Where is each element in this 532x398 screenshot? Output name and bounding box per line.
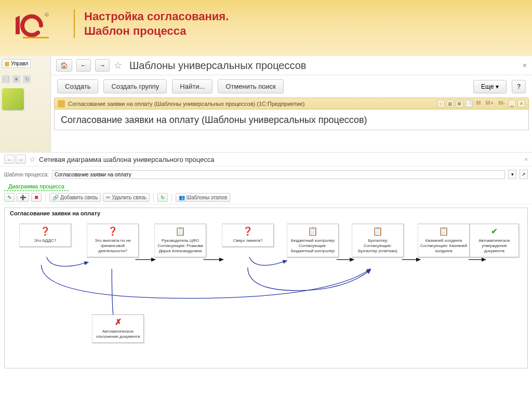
mh-icon-1[interactable]: ☆: [437, 100, 445, 107]
template-input[interactable]: [52, 170, 505, 179]
node-cfo[interactable]: 📋 Руководитель ЦФО Согласующие: Рожкова …: [154, 224, 206, 257]
refresh-button[interactable]: ↻: [157, 193, 168, 202]
m-plus-button[interactable]: M+: [484, 100, 496, 107]
dp-back-button[interactable]: ←: [4, 155, 15, 164]
reject-icon: ✗: [94, 317, 142, 327]
dp-close-icon[interactable]: ×: [525, 156, 528, 162]
node-auto-reject[interactable]: ✗ Автоматическое отклонение документа: [92, 314, 144, 343]
stub-tab[interactable]: Управл: [2, 59, 31, 68]
edit-button[interactable]: ✎: [4, 193, 15, 202]
home-button[interactable]: 🏠: [56, 59, 72, 72]
delete-link-button[interactable]: ✂Удалить связь: [103, 193, 149, 202]
mh-icon-2[interactable]: ▦: [446, 100, 454, 107]
minimize-icon[interactable]: ▁: [508, 100, 516, 107]
slide-title-1: Настройка согласования.: [84, 9, 229, 24]
cancel-find-button[interactable]: Отменить поиск: [218, 79, 284, 93]
dp-fwd-button[interactable]: →: [16, 155, 26, 164]
template-field-label: Шаблон процесса:: [4, 172, 49, 177]
history-icon[interactable]: ↻: [23, 75, 31, 83]
create-group-button[interactable]: Создать группу: [103, 79, 167, 93]
task-icon: 📋: [420, 226, 468, 237]
m-button[interactable]: M: [474, 100, 482, 107]
logo-1c: R: [11, 9, 53, 42]
modal-window-title: Согласование заявки на оплату (Шаблоны у…: [68, 101, 434, 107]
dp-star-icon[interactable]: ☆: [29, 155, 36, 163]
question-icon: ❓: [21, 226, 69, 237]
close-icon[interactable]: ×: [523, 61, 527, 70]
create-button[interactable]: Создать: [57, 79, 98, 93]
canvas-title: Согласование заявки на оплату: [10, 210, 100, 216]
back-button[interactable]: ←: [76, 59, 91, 72]
stage-templates-button[interactable]: 👥Шаблоны этапов: [176, 193, 230, 202]
modal-big-title: Согласование заявки на оплату (Шаблоны у…: [61, 115, 522, 126]
slide-header: R Настройка согласования. Шаблон процесс…: [0, 0, 532, 56]
task-icon: 📋: [289, 226, 337, 237]
diagram-toolbar: ✎ ➕ ✖ 🔗Добавить связь ✂Удалить связь ↻ 👥…: [0, 191, 532, 204]
star-icon[interactable]: ★: [12, 75, 20, 83]
window-close-icon[interactable]: ✕: [517, 100, 525, 107]
more-button[interactable]: Еще ▾: [473, 80, 507, 93]
favorite-star-icon[interactable]: ☆: [114, 60, 122, 71]
slide-title-2: Шаблон процесса: [84, 24, 229, 38]
m-minus-button[interactable]: M-: [497, 100, 507, 107]
task-icon: 📋: [354, 226, 402, 237]
check-icon: ✔: [472, 226, 517, 237]
diagram-canvas[interactable]: Согласование заявки на оплату: [4, 208, 528, 368]
mh-icon-4[interactable]: 📄: [465, 100, 473, 107]
grid-icon[interactable]: ⋮⋮: [2, 75, 10, 83]
diagram-page: ← → ☆ Сетевая диаграмма шаблона универса…: [0, 152, 532, 398]
forward-button[interactable]: →: [95, 59, 110, 72]
mh-icon-3[interactable]: 🖩: [456, 100, 463, 107]
delete-button[interactable]: ✖: [31, 193, 42, 202]
question-icon: ❓: [89, 226, 137, 237]
left-panel-stub: Управл ⋮⋮ ★ ↻: [0, 56, 51, 160]
find-button[interactable]: Найти...: [172, 79, 212, 93]
node-bdds[interactable]: ❓ Это БДДС?: [19, 224, 71, 247]
node-treasurer[interactable]: 📋 Казначей холдинга Согласующие: Казначе…: [418, 224, 470, 257]
chevron-down-icon: ▾: [496, 83, 499, 90]
page-title: Шаблоны универсальных процессов: [129, 60, 306, 72]
add-link-button[interactable]: 🔗Добавить связь: [49, 193, 101, 202]
dropdown-icon[interactable]: ▾: [508, 170, 516, 179]
node-budget-controller[interactable]: 📋 Бюджетный контролер Согласующие: Бюдже…: [287, 224, 339, 257]
help-button[interactable]: ?: [512, 80, 526, 93]
svg-text:R: R: [45, 13, 48, 17]
toolbar: Создать Создать группу Найти... Отменить…: [51, 75, 532, 98]
cube-icon: [2, 88, 24, 110]
node-nonfinancial[interactable]: ❓ Это выплата по не финансовой деятельно…: [87, 224, 139, 257]
node-accountant[interactable]: 📋 Бухгалтер Согласующие: Бухгалтер (плат…: [352, 224, 404, 257]
diagram-section-label: Диаграмма процесса: [4, 182, 69, 191]
dp-title: Сетевая диаграмма шаблона универсального…: [39, 156, 215, 163]
question-icon: ❓: [224, 226, 272, 237]
modal-body: Согласование заявки на оплату (Шаблоны у…: [54, 109, 529, 130]
top-bar: 🏠 ← → ☆ Шаблоны универсальных процессов …: [51, 56, 532, 75]
node-overlimit[interactable]: ❓ Сверх лимита?: [222, 224, 274, 247]
slide-title-wrap: Настройка согласования. Шаблон процесса: [74, 9, 229, 38]
open-icon[interactable]: ↗: [520, 170, 528, 179]
add-button[interactable]: ➕: [17, 193, 29, 202]
node-auto-approve[interactable]: ✔ Автоматическое утверждение документа: [470, 224, 519, 257]
svg-rect-0: [23, 37, 49, 38]
task-icon: 📋: [156, 226, 204, 237]
modal-header: Согласование заявки на оплату (Шаблоны у…: [54, 98, 529, 109]
app-badge-icon: [58, 100, 65, 107]
